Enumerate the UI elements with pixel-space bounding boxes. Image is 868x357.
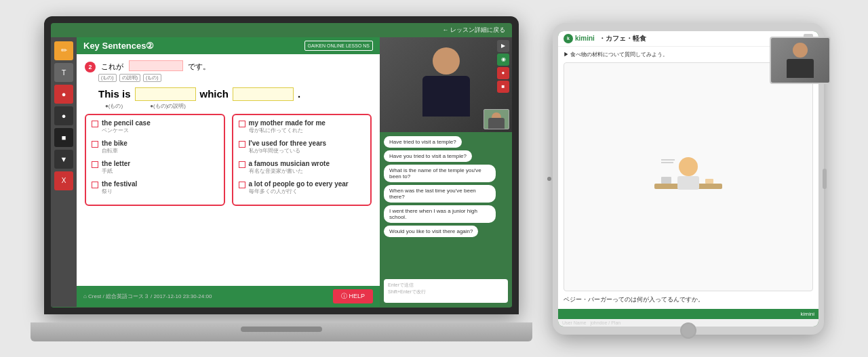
card-checkbox[interactable] [92,121,98,127]
tablet-video-overlay [770,37,831,84]
laptop: ← レッスン詳細に戻る ✏ T ● ● ■ ▼ X Key Sentences② [31,16,532,341]
tablet-plan-info: johndoe / Plan [590,320,620,325]
chat-bubble: Would you like to visit there again? [384,226,478,237]
card-grid: the pencil caseペンケースthe bike自転車the lette… [85,114,372,206]
tablet-footer-logo: kimini [801,311,814,317]
video-area: ▶ ◉ ● ■ [380,37,512,132]
video-btn-1[interactable]: ▶ [497,40,509,52]
card-main-text: a famous musician wrote [249,160,330,167]
chat-bubble: What is the name of the temple you've be… [384,165,496,182]
person-body [422,76,470,117]
laptop-base [31,322,532,341]
video-controls: ▶ ◉ ● ■ [497,40,509,93]
card-main-text: I've used for three years [249,140,327,147]
svg-rect-4 [705,179,713,184]
card-checkbox[interactable] [239,182,245,188]
tablet-image-area [564,62,813,292]
kimini-logo-text: kimini [575,35,595,42]
japanese-suffix: です。 [188,62,210,70]
card-checkbox[interactable] [239,121,245,127]
card-checkbox[interactable] [239,141,245,148]
card-sub-text: 私が3年間使っている [249,147,327,154]
card-checkbox[interactable] [92,182,98,188]
video-btn-3[interactable]: ● [497,67,509,79]
video-btn-4[interactable]: ■ [497,81,509,93]
cafe-illustration [576,74,800,279]
svg-rect-3 [661,177,671,184]
laptop-screen: ← レッスン詳細に戻る ✏ T ● ● ■ ▼ X Key Sentences② [51,23,512,308]
dropdown-tool[interactable]: ▼ [54,150,73,169]
ruby-label-2: の説明) [119,74,140,82]
card-item-right: a famous musician wrote有名な音楽家が書いた [239,160,366,175]
kimini-logo: k kimini [564,34,595,43]
chat-input-area[interactable]: Enterで送信 Shift+Enterで改行 [384,279,508,303]
card-main-text: the letter [102,160,130,167]
lesson-body: 2 これが です。 (もの) の説明) (もの) T [77,54,380,286]
card-checkbox[interactable] [92,161,98,168]
mini-video [484,109,509,129]
lesson-top-bar: Key Sentences② GAIKEN ONLINE LESSO NS [77,37,380,54]
person-silhouette [419,47,473,122]
close-tool[interactable]: X [54,171,73,190]
person-head [433,47,460,75]
connector-left: ●(もの) [105,102,123,110]
card-item-left: the pencil caseペンケース [92,119,218,134]
ruby-row: (もの) の説明) (もの) [98,74,372,82]
pencil-tool[interactable]: ✏ [54,41,73,60]
card-main-text: the pencil case [102,119,151,127]
card-main-text: the festival [102,180,137,188]
tablet-lesson-title: ・カフェ・軽食 [599,34,646,43]
ruby-label-3: (もの) [143,74,161,82]
footer-breadcrumb: ⌂ Crest / 総合英語コース３ / 2017-12-10 23:30-24… [83,293,212,300]
card-checkbox[interactable] [239,161,245,168]
tablet-question: ベジー・バーガーってのは何が入ってるんですか。 [564,295,813,305]
tablet-body-content: ▶ 食べ物の材料について質問してみよう。 [558,47,818,309]
square-tool[interactable]: ■ [54,128,73,147]
text-tool[interactable]: T [54,63,73,82]
card-checkbox[interactable] [92,141,98,148]
card-item-left: the letter手紙 [92,160,218,175]
sentence-number: 2 [85,62,96,72]
japanese-prefix: これが [101,62,123,70]
dot-indicator [547,177,551,181]
mini-person-body [488,118,505,129]
sentence-area: 2 これが です。 (もの) の説明) (もの) [85,60,372,82]
connector-area: ●(もの) ●(もの)の説明) [105,102,372,110]
card-sub-text: 毎年多くの人が行く [249,188,349,195]
chat-bubble: When was the last time you've been there… [384,185,496,203]
tablet-user-name: User Name [562,320,586,325]
english-fill-box-2 [233,87,294,101]
card-item-left: the festival祭り [92,180,218,195]
english-fill-box-1 [135,87,196,101]
red-tool[interactable]: ● [54,85,73,104]
chat-messages: Have tried to visit a temple?Have you tr… [380,132,512,275]
tablet-main: ▶ 食べ物の材料について質問してみよう。 [558,47,818,309]
tool-sidebar: ✏ T ● ● ■ ▼ X [51,37,77,307]
ruby-label-1: (もの) [98,74,117,82]
card-main-text: my mother made for me [249,119,326,127]
english-sentence: This is which . [98,87,372,101]
kimini-icon: k [564,34,573,43]
connector-right: ●(もの)の説明) [150,102,186,110]
screen-content: ✏ T ● ● ■ ▼ X Key Sentences② GAIKEN ONLI… [51,37,512,307]
tablet-body: k kimini ・カフェ・軽食 📷 ▶ 食べ物の材料について質問してみよう。 [553,23,824,335]
card-item-left: the bike自転車 [92,140,218,154]
tablet-side-button[interactable] [823,169,827,189]
chat-bubble: Have tried to visit a temple? [384,136,462,148]
chat-panel: ▶ ◉ ● ■ Have tried to visit a temple?Hav… [380,37,512,307]
help-button[interactable]: ⓘ HELP [333,289,373,303]
back-link[interactable]: ← レッスン詳細に戻る [442,26,505,35]
svg-rect-2 [677,176,699,190]
tablet: k kimini ・カフェ・軽食 📷 ▶ 食べ物の材料について質問してみよう。 [553,16,837,341]
chat-bubble: I went there when I was a junior high sc… [384,205,496,223]
card-sub-text: 有名な音楽家が書いた [249,167,330,175]
chat-input-hint-1: Enterで送信 [388,282,504,289]
tablet-home-button[interactable] [680,322,696,339]
chat-input-hint-2: Shift+Enterで改行 [388,289,504,295]
video-btn-2[interactable]: ◉ [497,54,509,66]
english-conjunction: which [200,88,229,100]
lesson-area: Key Sentences② GAIKEN ONLINE LESSO NS 2 … [77,37,380,307]
dark-tool[interactable]: ● [54,106,73,125]
card-item-right: my mother made for me母が私に作ってくれた [239,119,366,134]
laptop-body: ← レッスン詳細に戻る ✏ T ● ● ■ ▼ X Key Sentences② [44,16,519,314]
